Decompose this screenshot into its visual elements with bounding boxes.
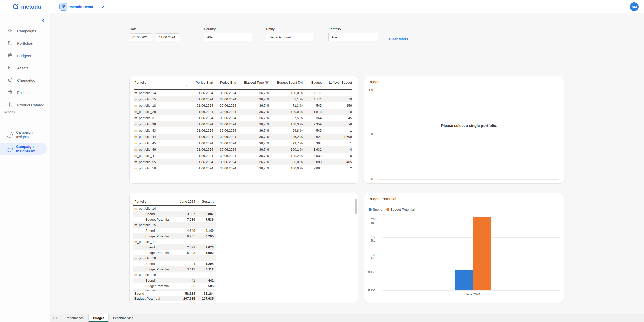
entity-select[interactable]: Demo Account	[266, 33, 313, 41]
matrix-row[interactable]: Spend441441	[133, 278, 216, 283]
column-header-4[interactable]: Budget Spent [%]	[269, 81, 303, 84]
table-row[interactable]: m_portfolio_1801.06.202430.06.202436,7 %…	[134, 102, 352, 109]
matrix-cell-gesamt: 505	[195, 284, 214, 288]
sidebar-item-changelog[interactable]: Changelog	[0, 74, 50, 86]
matrix-row[interactable]: m_portfolio_19	[133, 272, 216, 278]
portfolio-select-value: Alle	[332, 35, 337, 39]
matrix-row[interactable]: Budget Potential3.1123.112	[133, 266, 216, 272]
table-row[interactable]: m_portfolio_4701.06.202430.06.202436,7 %…	[134, 153, 352, 159]
matrix-cell-gesamt: 6.205	[195, 234, 214, 238]
workspace-selector[interactable]: metoda Demo	[70, 5, 93, 9]
user-avatar[interactable]: NM	[630, 2, 639, 11]
column-header-text: Period End	[213, 81, 236, 84]
matrix-row[interactable]: Budget Potential207.635207.635	[133, 296, 216, 301]
table-row[interactable]: m_portfolio_4301.06.202430.06.202436,7 %…	[134, 127, 352, 134]
budget-table-header[interactable]: PortfolioPeriod Start▼Period EndElapsed …	[134, 81, 352, 90]
table-row[interactable]: m_portfolio_3101.06.202430.06.202436,7 %…	[134, 115, 352, 121]
table-row[interactable]: m_portfolio_5501.06.202430.06.202436,7 %…	[134, 159, 352, 165]
matrix-cell-june: 7.536	[176, 218, 195, 221]
chevron-down-icon[interactable]	[100, 5, 104, 10]
matrix-scrollbar[interactable]	[355, 199, 357, 214]
column-header-2[interactable]: Period End	[213, 81, 236, 84]
column-header-1[interactable]: Period Start▼	[185, 81, 213, 87]
matrix-row[interactable]: Budget Potential5.9935.993	[133, 250, 216, 255]
gridline	[382, 220, 560, 220]
matrix-row[interactable]: Budget Potential505505	[133, 283, 216, 289]
country-select-value: Alle	[207, 35, 213, 39]
gridline	[379, 179, 559, 180]
tab-performance[interactable]: Performance	[61, 314, 89, 322]
logo-wordmark: metoda	[21, 4, 41, 10]
sidebar-item-campaigns[interactable]: Campaigns	[0, 25, 50, 37]
table-row[interactable]: m_portfolio_5601.06.202430.06.202436,7 %…	[134, 165, 352, 171]
matrix-row[interactable]: Budget Potential7.5367.536	[133, 217, 216, 222]
country-filter-label: Country	[204, 27, 216, 31]
matrix-row[interactable]: Spend3.0873.087	[133, 211, 216, 217]
sidebar-item-product-catalog[interactable]: Product Catalog	[0, 99, 50, 111]
clear-filters-link[interactable]: Clear filters	[389, 37, 408, 41]
matrix-row[interactable]: m_portfolio_14	[133, 206, 216, 211]
sidebar-report-campaign-insights[interactable]: CICampaign Insights	[0, 129, 47, 141]
matrix-row[interactable]: Spend4.1494.149	[133, 228, 216, 233]
matrix-row[interactable]: Spend2.6732.673	[133, 244, 216, 250]
tab-budget[interactable]: Budget	[89, 314, 109, 322]
book-icon	[8, 102, 13, 108]
column-header-text: Budget Spent [%]	[269, 81, 303, 84]
chart-legend: SpendBudget Potential	[369, 208, 415, 211]
gridline	[382, 237, 560, 238]
table-row[interactable]: m_portfolio_4401.06.202430.06.202436,7 %…	[134, 134, 352, 140]
column-header-3[interactable]: Elapsed Time [%]	[236, 81, 269, 84]
date-from-input[interactable]: 01.06.2024	[130, 33, 152, 41]
sidebar-collapse-button[interactable]	[41, 18, 46, 24]
gridline	[382, 255, 560, 255]
sidebar-item-label: Changelog	[17, 78, 45, 82]
column-header-6[interactable]: Leftover Budget	[322, 81, 352, 84]
matrix-row[interactable]: m_portfolio_18	[133, 255, 216, 261]
bar-budget-potential[interactable]	[473, 217, 491, 290]
bank-icon	[8, 89, 13, 96]
matrix-cell-june: 3.112	[176, 267, 195, 271]
legend-item-budget-potential[interactable]: Budget Potential	[386, 208, 415, 211]
cell: 1	[322, 141, 352, 145]
table-row[interactable]: m_portfolio_4601.06.202430.06.202436,7 %…	[134, 146, 352, 153]
portfolio-select[interactable]: Alle	[328, 33, 378, 41]
cell: 71,3 %	[269, 104, 303, 107]
workspace-chip[interactable]	[59, 3, 67, 11]
legend-item-spend[interactable]: Spend	[369, 208, 382, 211]
table-row[interactable]: m_portfolio_3801.06.202430.06.202436,7 %…	[134, 121, 352, 127]
matrix-row[interactable]: m_portfolio_15	[133, 222, 216, 228]
sidebar-item-entities[interactable]: Entities	[0, 86, 50, 99]
sidebar-item-portfolios[interactable]: Portfolios	[0, 37, 50, 50]
folder-icon	[8, 40, 13, 47]
cell: 01.06.2024	[185, 97, 213, 101]
sidebar-item-budgets[interactable]: Budgets	[0, 50, 50, 62]
sidebar-report-campaign-insights-v2[interactable]: CI2Campaign Insights v2	[0, 143, 47, 155]
matrix-row-label: Spend	[133, 292, 176, 295]
cell: 364	[303, 116, 322, 120]
cell: 30.06.2024	[213, 104, 236, 107]
tab-benchmarking[interactable]: Benchmarking	[109, 314, 138, 322]
date-to-input[interactable]: 11.06.2024	[156, 33, 179, 41]
matrix-row[interactable]: Spend58.18458.184	[133, 291, 216, 296]
report-label: Campaign Insights	[16, 130, 43, 139]
page-tabbar: PerformanceBudgetBenchmarking	[50, 314, 644, 322]
bar-spend[interactable]	[455, 270, 473, 290]
column-header-5[interactable]: Budget	[303, 81, 322, 84]
matrix-row-label: m_portfolio_18	[133, 256, 176, 260]
column-header-0[interactable]: Portfolio	[134, 81, 185, 84]
matrix-header[interactable]: Portfolio June 2024 Gesamt	[133, 197, 216, 206]
country-select[interactable]: Alle	[204, 33, 252, 41]
cell: m_portfolio_14	[134, 91, 185, 95]
table-row[interactable]: m_portfolio_2801.06.202430.06.202436,7 %…	[134, 109, 352, 115]
cell: -6	[322, 154, 352, 158]
tab-next-icon[interactable]	[56, 317, 58, 319]
matrix-row[interactable]: m_portfolio_17	[133, 239, 216, 244]
matrix-row[interactable]: Budget Potential6.2056.205	[133, 233, 216, 239]
table-row[interactable]: m_portfolio_1501.06.202430.06.202436,7 %…	[134, 96, 352, 102]
tab-prev-icon[interactable]	[53, 317, 54, 319]
sidebar-item-assets[interactable]: Assets	[0, 62, 50, 74]
table-row[interactable]: m_portfolio_4501.06.202430.06.202436,7 %…	[134, 140, 352, 146]
matrix-row[interactable]: Spend1.2941.294	[133, 261, 216, 266]
table-row[interactable]: m_portfolio_1401.06.202430.06.202436,7 %…	[134, 90, 352, 96]
matrix-row-label: Spend	[133, 245, 176, 249]
